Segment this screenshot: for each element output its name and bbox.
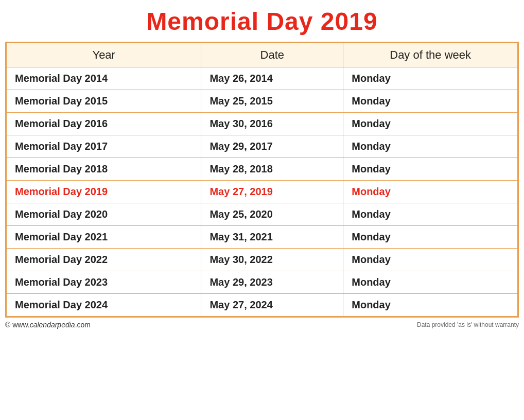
cell-day: Monday <box>343 158 518 181</box>
cell-date: May 30, 2022 <box>201 249 343 271</box>
cell-date: May 29, 2023 <box>201 271 343 294</box>
cell-date: May 30, 2016 <box>201 113 343 135</box>
cell-day: Monday <box>343 249 518 271</box>
header-year: Year <box>7 43 201 67</box>
cell-day: Monday <box>343 90 518 113</box>
cell-name: Memorial Day 2022 <box>7 249 201 271</box>
cell-date: May 25, 2015 <box>201 90 343 113</box>
cell-date: May 26, 2014 <box>201 67 343 90</box>
cell-day: Monday <box>343 113 518 135</box>
table-row: Memorial Day 2024May 27, 2024Monday <box>7 294 518 317</box>
cell-date: May 28, 2018 <box>201 158 343 181</box>
cell-name: Memorial Day 2016 <box>7 113 201 135</box>
table-row: Memorial Day 2021May 31, 2021Monday <box>7 226 518 249</box>
cell-name: Memorial Day 2015 <box>7 90 201 113</box>
cell-day: Monday <box>343 271 518 294</box>
table-row: Memorial Day 2015May 25, 2015Monday <box>7 90 518 113</box>
table-row: Memorial Day 2017May 29, 2017Monday <box>7 135 518 158</box>
table-header-row: Year Date Day of the week <box>7 43 518 67</box>
cell-name: Memorial Day 2017 <box>7 135 201 158</box>
cell-day: Monday <box>343 135 518 158</box>
cell-date: May 27, 2024 <box>201 294 343 317</box>
footer-disclaimer: Data provided 'as is' without warranty <box>417 321 519 328</box>
table-row: Memorial Day 2014May 26, 2014Monday <box>7 67 518 90</box>
page-title: Memorial Day 2019 <box>146 7 377 36</box>
cell-name: Memorial Day 2024 <box>7 294 201 317</box>
table-row: Memorial Day 2022May 30, 2022Monday <box>7 249 518 271</box>
cell-day: Monday <box>343 181 518 203</box>
cell-name: Memorial Day 2019 <box>7 181 201 203</box>
cell-day: Monday <box>343 67 518 90</box>
footer-brand: calendarpedia <box>30 321 75 329</box>
cell-date: May 31, 2021 <box>201 226 343 249</box>
cell-name: Memorial Day 2023 <box>7 271 201 294</box>
cell-day: Monday <box>343 226 518 249</box>
table-row: Memorial Day 2020May 25, 2020Monday <box>7 203 518 226</box>
table-row: Memorial Day 2016May 30, 2016Monday <box>7 113 518 135</box>
cell-name: Memorial Day 2018 <box>7 158 201 181</box>
table-row: Memorial Day 2018May 28, 2018Monday <box>7 158 518 181</box>
cell-name: Memorial Day 2014 <box>7 67 201 90</box>
cell-date: May 29, 2017 <box>201 135 343 158</box>
header-date: Date <box>201 43 343 67</box>
cell-date: May 25, 2020 <box>201 203 343 226</box>
cell-name: Memorial Day 2021 <box>7 226 201 249</box>
cell-day: Monday <box>343 203 518 226</box>
cell-day: Monday <box>343 294 518 317</box>
memorial-day-table: Year Date Day of the week Memorial Day 2… <box>6 43 518 317</box>
table-row: Memorial Day 2023May 29, 2023Monday <box>7 271 518 294</box>
table-row: Memorial Day 2019May 27, 2019Monday <box>7 181 518 203</box>
footer: © www.calendarpedia.com Data provided 'a… <box>5 321 519 329</box>
main-table-container: Year Date Day of the week Memorial Day 2… <box>5 42 519 318</box>
cell-date: May 27, 2019 <box>201 181 343 203</box>
footer-copyright: © www.calendarpedia.com <box>5 321 91 329</box>
cell-name: Memorial Day 2020 <box>7 203 201 226</box>
header-day-of-week: Day of the week <box>343 43 518 67</box>
